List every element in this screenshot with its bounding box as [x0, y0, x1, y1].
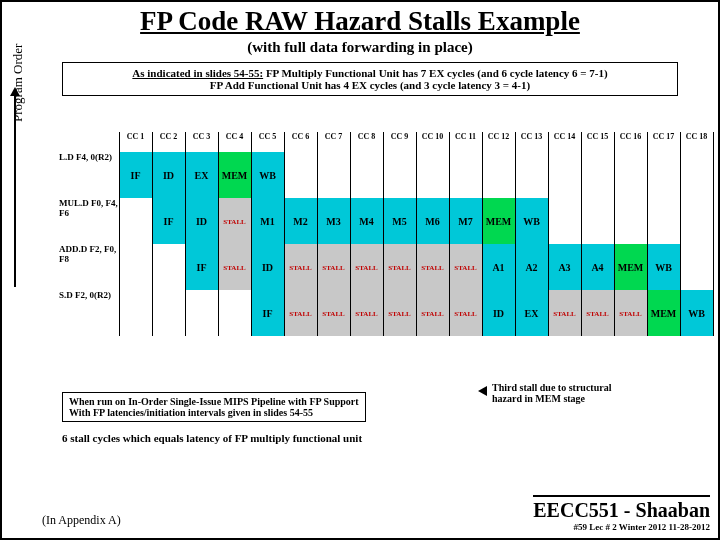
- instruction-row: L.D F4, 0(R2)IFIDEXMEMWB: [57, 152, 713, 198]
- pipeline-cell: STALL: [416, 244, 449, 290]
- stage-label: A1: [492, 262, 504, 273]
- stage-label: MEM: [651, 308, 677, 319]
- pipeline-cell: [119, 290, 152, 336]
- instruction-label: L.D F4, 0(R2): [57, 152, 119, 198]
- instruction-row: S.D F2, 0(R2)IFSTALLSTALLSTALLSTALLSTALL…: [57, 290, 713, 336]
- cycle-header: CC 5: [251, 132, 284, 152]
- pipeline-cell: [581, 198, 614, 244]
- pipeline-cell: [548, 152, 581, 198]
- pipeline-cell: [185, 290, 218, 336]
- stage-label: WB: [688, 308, 705, 319]
- stall-label: STALL: [619, 310, 641, 318]
- pipeline-cell: M4: [350, 198, 383, 244]
- cycle-header: CC 14: [548, 132, 581, 152]
- latency-note: As indicated in slides 54-55: FP Multipl…: [62, 62, 678, 96]
- pipeline-cell: [548, 198, 581, 244]
- cycle-header: CC 8: [350, 132, 383, 152]
- pipeline-cell: [152, 290, 185, 336]
- pipeline-cell: STALL: [383, 244, 416, 290]
- pipeline-cell: STALL: [449, 290, 482, 336]
- cycle-header: CC 7: [317, 132, 350, 152]
- header-blank: [57, 132, 119, 152]
- pipeline-cell: STALL: [284, 244, 317, 290]
- cycle-header: CC 9: [383, 132, 416, 152]
- bottom-note-stalls: 6 stall cycles which equals latency of F…: [62, 432, 362, 444]
- stall-label: STALL: [388, 264, 410, 272]
- pipeline-cell: [317, 152, 350, 198]
- cycle-header: CC 4: [218, 132, 251, 152]
- stall-label: STALL: [421, 310, 443, 318]
- bottom-note-1a: When run on In-Order Single-Issue MIPS P…: [69, 396, 359, 407]
- pipeline-cell: [416, 152, 449, 198]
- pipeline-cell: MEM: [482, 198, 515, 244]
- pipeline-cell: STALL: [317, 244, 350, 290]
- stall-label: STALL: [586, 310, 608, 318]
- cycle-header: CC 1: [119, 132, 152, 152]
- pipeline-cell: [350, 152, 383, 198]
- pipeline-cell: A2: [515, 244, 548, 290]
- footer: EECC551 - Shaaban #59 Lec # 2 Winter 201…: [533, 495, 710, 532]
- pipeline-cell: M1: [251, 198, 284, 244]
- stage-label: A4: [591, 262, 603, 273]
- stall-label: STALL: [355, 264, 377, 272]
- pipeline-cell: IF: [185, 244, 218, 290]
- cycle-header: CC 16: [614, 132, 647, 152]
- stall-label: STALL: [454, 264, 476, 272]
- pipeline-cell: IF: [119, 152, 152, 198]
- stage-label: A3: [558, 262, 570, 273]
- cycle-header: CC 10: [416, 132, 449, 152]
- stall-label: STALL: [454, 310, 476, 318]
- cycle-header-row: CC 1CC 2CC 3CC 4CC 5CC 6CC 7CC 8CC 9CC 1…: [57, 132, 713, 152]
- stage-label: M3: [326, 216, 340, 227]
- pipeline-cell: M5: [383, 198, 416, 244]
- pipeline-cell: STALL: [284, 290, 317, 336]
- page-title: FP Code RAW Hazard Stalls Example: [2, 6, 718, 37]
- stall-label: STALL: [223, 218, 245, 226]
- pipeline-cell: WB: [680, 290, 713, 336]
- pipeline-cell: [119, 244, 152, 290]
- stall-label: STALL: [355, 310, 377, 318]
- pipeline-cell: STALL: [350, 244, 383, 290]
- pipeline-cell: [614, 152, 647, 198]
- pipeline-cell: STALL: [548, 290, 581, 336]
- yaxis-label: Program Order: [10, 44, 26, 122]
- appendix-ref: (In Appendix A): [42, 513, 121, 528]
- stall-label: STALL: [388, 310, 410, 318]
- stage-label: M7: [458, 216, 472, 227]
- stage-label: ID: [493, 308, 504, 319]
- pipeline-cell: MEM: [614, 244, 647, 290]
- stall-label: STALL: [289, 310, 311, 318]
- pipeline-cell: [482, 152, 515, 198]
- bottom-note-pipeline: When run on In-Order Single-Issue MIPS P…: [62, 392, 366, 422]
- pipeline-cell: [680, 244, 713, 290]
- bottom-note-1b: With FP latencies/initiation intervals g…: [69, 407, 313, 418]
- instruction-label: MUL.D F0, F4, F6: [57, 198, 119, 244]
- pipeline-cell: ID: [185, 198, 218, 244]
- stage-label: IF: [164, 216, 174, 227]
- pipeline-cell: M3: [317, 198, 350, 244]
- stage-label: MEM: [618, 262, 644, 273]
- stage-label: M4: [359, 216, 373, 227]
- right-note: Third stall due to structural hazard in …: [492, 382, 642, 404]
- stage-label: M1: [260, 216, 274, 227]
- stall-label: STALL: [322, 264, 344, 272]
- cycle-header: CC 17: [647, 132, 680, 152]
- stage-label: ID: [196, 216, 207, 227]
- cycle-header: CC 2: [152, 132, 185, 152]
- pipeline-cell: STALL: [614, 290, 647, 336]
- pipeline-cell: [647, 198, 680, 244]
- pipeline-cell: ID: [482, 290, 515, 336]
- stage-label: IF: [131, 170, 141, 181]
- stall-label: STALL: [553, 310, 575, 318]
- pipeline-cell: [581, 152, 614, 198]
- pipeline-cell: STALL: [449, 244, 482, 290]
- stage-label: WB: [523, 216, 540, 227]
- pipeline-cell: WB: [515, 198, 548, 244]
- cycle-header: CC 11: [449, 132, 482, 152]
- pipeline-cell: STALL: [416, 290, 449, 336]
- stage-label: MEM: [222, 170, 248, 181]
- pipeline-cell: A3: [548, 244, 581, 290]
- pipeline-cell: WB: [251, 152, 284, 198]
- pipeline-cell: EX: [515, 290, 548, 336]
- pipeline-cell: [515, 152, 548, 198]
